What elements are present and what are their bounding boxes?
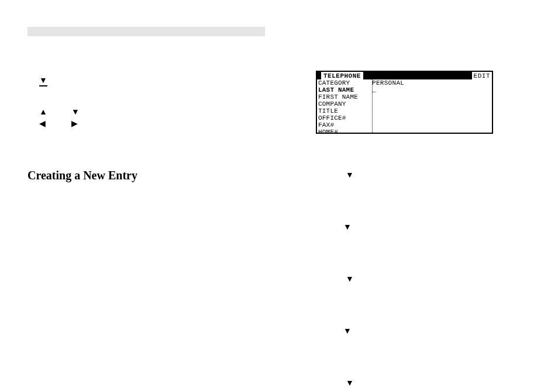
down-arrow-icon: ▼ <box>71 107 80 116</box>
down-arrow-icon: ▼ <box>343 222 352 231</box>
section-header-bar <box>27 27 265 36</box>
heading-creating-new-entry: Creating a New Entry <box>27 169 137 182</box>
down-arrow-icon: ▼ <box>346 170 354 179</box>
lcd-row: HOME# <box>317 129 492 133</box>
lcd-row: LAST NAME_ <box>317 86 492 93</box>
lcd-divider <box>372 79 373 133</box>
lcd-label: FAX# <box>317 122 372 129</box>
lcd-title: TELEPHONE <box>321 72 363 79</box>
lcd-label: CATEGORY <box>317 79 372 86</box>
lcd-row: CATEGORYPERSONAL <box>317 79 492 86</box>
down-arrow-icon: ▼ <box>346 378 354 387</box>
lcd-label: COMPANY <box>317 100 372 107</box>
lcd-value: _ <box>372 86 376 93</box>
lcd-label: OFFICE# <box>317 115 372 122</box>
lcd-row: OFFICE# <box>317 115 492 122</box>
lcd-label: HOME# <box>317 129 372 133</box>
lcd-row: TITLE <box>317 107 492 115</box>
lcd-header: TELEPHONE EDIT <box>317 72 492 79</box>
lcd-label: FIRST NAME <box>317 93 372 100</box>
lcd-label: LAST NAME <box>317 86 372 93</box>
down-arrow-icon: ▼ <box>343 326 352 335</box>
lcd-mode: EDIT <box>472 72 492 79</box>
lcd-value: PERSONAL <box>372 79 404 86</box>
down-arrow-icon: ▼ <box>346 274 354 283</box>
right-arrow-icon: ▶ <box>71 119 78 128</box>
lcd-body: CATEGORYPERSONAL LAST NAME_ FIRST NAME C… <box>317 79 492 133</box>
lcd-row: COMPANY <box>317 100 492 107</box>
lcd-label: TITLE <box>317 107 372 115</box>
left-arrow-icon: ◀ <box>39 119 46 128</box>
up-arrow-icon: ▲ <box>39 107 47 116</box>
lcd-row: FIRST NAME <box>317 93 492 100</box>
down-arrow-icon: ▼ <box>39 75 47 85</box>
device-screenshot: TELEPHONE EDIT CATEGORYPERSONAL LAST NAM… <box>316 71 493 134</box>
lcd-row: FAX# <box>317 122 492 129</box>
page-root: ▼ ▲ ▼ ◀ ▶ Creating a New Entry ▼ ▼ ▼ ▼ ▼… <box>0 0 558 392</box>
